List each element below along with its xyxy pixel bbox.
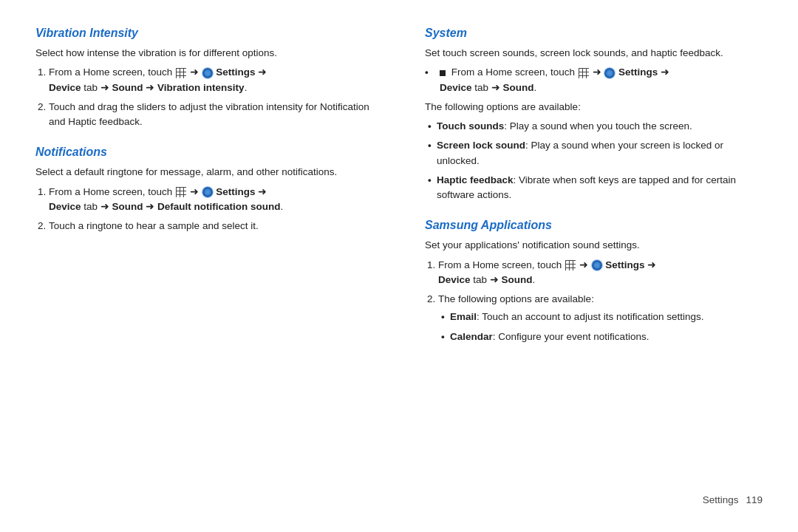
vibration-intensity-title: Vibration Intensity <box>35 27 373 40</box>
notifications-title: Notifications <box>35 146 373 159</box>
settings-icon <box>202 68 213 78</box>
notifications-steps: From a Home screen, touch ➜ Settings ➜ D… <box>49 185 373 234</box>
page-container: Vibration Intensity Select how intense t… <box>0 0 798 532</box>
email-bold: Email <box>450 311 477 322</box>
settings-label-2: Settings <box>216 186 255 197</box>
content-columns: Vibration Intensity Select how intense t… <box>35 27 763 488</box>
settings-label: Settings <box>216 66 255 78</box>
samsung-apps-step-1: From a Home screen, touch ➜ Settings ➜ D… <box>438 258 763 288</box>
settings-icon-4 <box>592 260 602 270</box>
sound-label-2: Sound <box>112 201 143 212</box>
vibration-step-1: From a Home screen, touch ➜ Settings ➜ D… <box>49 65 373 95</box>
footer-label: Settings <box>703 494 739 505</box>
footer: Settings 119 <box>35 488 763 505</box>
settings-icon-2 <box>202 187 213 197</box>
right-column: System Set touch screen sounds, screen l… <box>417 27 763 488</box>
left-column: Vibration Intensity Select how intense t… <box>35 27 388 488</box>
grid-icon-2 <box>176 187 186 197</box>
square-bullet-icon <box>440 70 446 76</box>
system-bullet-step: From a Home screen, touch ➜ Settings ➜ D… <box>425 65 763 95</box>
calendar-item: Calendar: Configure your event notificat… <box>441 330 763 344</box>
system-title: System <box>425 27 763 40</box>
grid-icon-4 <box>565 260 576 270</box>
samsung-applications-section: Samsung Applications Set your applicatio… <box>425 219 763 344</box>
haptic-feedback-bold: Haptic feedback <box>437 174 514 185</box>
screen-lock-bold: Screen lock sound <box>437 140 525 151</box>
grid-icon-3 <box>579 68 589 78</box>
device-label-2: Device <box>49 201 81 212</box>
system-options-list: Touch sounds: Play a sound when you touc… <box>428 119 763 202</box>
calendar-bold: Calendar <box>450 331 493 342</box>
vibration-intensity-section: Vibration Intensity Select how intense t… <box>35 27 373 129</box>
touch-sounds-item: Touch sounds: Play a sound when you touc… <box>428 119 763 134</box>
notifications-body: Select a default ringtone for message, a… <box>35 165 373 233</box>
device-label-4: Device <box>438 274 471 285</box>
samsung-applications-body: Set your applications' notification soun… <box>425 238 763 344</box>
touch-sounds-bold: Touch sounds <box>437 120 504 132</box>
vibration-step-2: Touch and drag the sliders to adjust the… <box>49 100 373 130</box>
haptic-feedback-item: Haptic feedback: Vibrate when soft keys … <box>428 173 763 203</box>
device-label: Device <box>49 82 81 93</box>
email-text: : Touch an account to adjust its notific… <box>477 311 703 322</box>
system-following-text: The following options are available: <box>425 100 763 115</box>
samsung-apps-intro: Set your applications' notification soun… <box>425 238 763 253</box>
calendar-text: : Configure your event notifications. <box>493 331 649 342</box>
touch-sounds-text: : Play a sound when you touch the screen… <box>504 120 692 132</box>
notifications-step-2: Touch a ringtone to hear a sample and se… <box>49 219 373 233</box>
system-intro: Set touch screen sounds, screen lock sou… <box>425 46 763 61</box>
samsung-apps-step-2: The following options are available: Ema… <box>438 292 763 344</box>
system-section: System Set touch screen sounds, screen l… <box>425 27 763 202</box>
notifications-intro: Select a default ringtone for message, a… <box>35 165 373 180</box>
settings-label-4: Settings <box>605 259 644 270</box>
vibration-intensity-label: Vibration intensity <box>157 82 245 93</box>
footer-page: 119 <box>746 494 763 505</box>
samsung-apps-options: Email: Touch an account to adjust its no… <box>441 310 763 344</box>
device-label-3: Device <box>440 82 472 93</box>
system-body: Set touch screen sounds, screen lock sou… <box>425 46 763 202</box>
vibration-intensity-body: Select how intense the vibration is for … <box>35 46 373 129</box>
vibration-intro: Select how intense the vibration is for … <box>35 46 373 61</box>
samsung-applications-title: Samsung Applications <box>425 219 763 232</box>
default-notif-label: Default notification sound <box>157 201 281 212</box>
notifications-step-1: From a Home screen, touch ➜ Settings ➜ D… <box>49 185 373 215</box>
samsung-apps-steps: From a Home screen, touch ➜ Settings ➜ D… <box>438 258 763 344</box>
sound-label: Sound <box>112 82 143 93</box>
notifications-section: Notifications Select a default ringtone … <box>35 146 373 233</box>
screen-lock-sound-item: Screen lock sound: Play a sound when you… <box>428 138 763 168</box>
grid-icon <box>176 68 186 78</box>
settings-label-3: Settings <box>618 66 658 78</box>
vibration-steps: From a Home screen, touch ➜ Settings ➜ D… <box>49 65 373 129</box>
settings-icon-3 <box>604 68 615 78</box>
system-bullet-list: From a Home screen, touch ➜ Settings ➜ D… <box>425 65 763 95</box>
email-item: Email: Touch an account to adjust its no… <box>441 310 763 324</box>
sound-label-3: Sound <box>503 82 534 93</box>
sound-label-4: Sound <box>502 274 533 285</box>
